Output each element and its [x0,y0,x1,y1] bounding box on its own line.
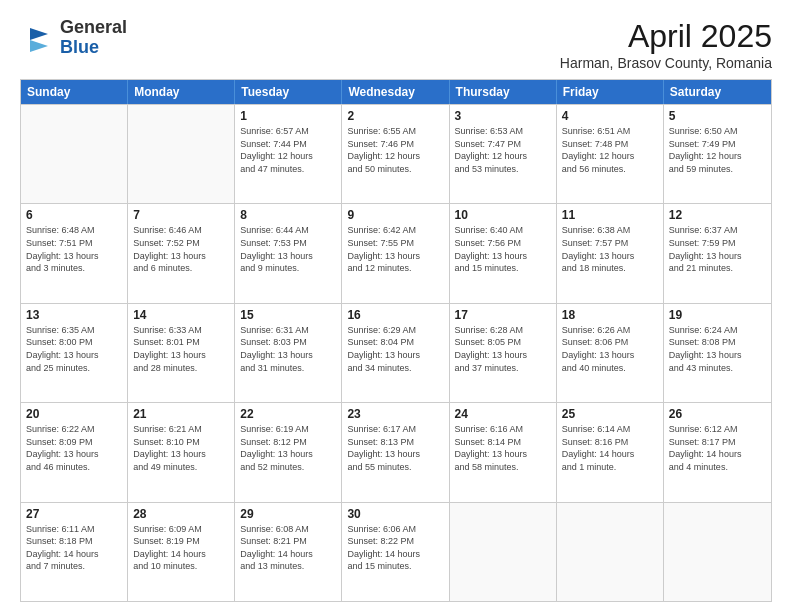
day-number: 14 [133,308,229,322]
calendar-cell-18: 18Sunrise: 6:26 AM Sunset: 8:06 PM Dayli… [557,304,664,402]
day-number: 3 [455,109,551,123]
calendar-cell-22: 22Sunrise: 6:19 AM Sunset: 8:12 PM Dayli… [235,403,342,501]
day-number: 13 [26,308,122,322]
day-number: 19 [669,308,766,322]
day-info: Sunrise: 6:14 AM Sunset: 8:16 PM Dayligh… [562,423,658,473]
calendar-cell-23: 23Sunrise: 6:17 AM Sunset: 8:13 PM Dayli… [342,403,449,501]
day-info: Sunrise: 6:53 AM Sunset: 7:47 PM Dayligh… [455,125,551,175]
header: General Blue April 2025 Harman, Brasov C… [20,18,772,71]
calendar-row-4: 27Sunrise: 6:11 AM Sunset: 8:18 PM Dayli… [21,502,771,601]
day-info: Sunrise: 6:44 AM Sunset: 7:53 PM Dayligh… [240,224,336,274]
calendar: SundayMondayTuesdayWednesdayThursdayFrid… [20,79,772,602]
day-number: 2 [347,109,443,123]
calendar-cell-12: 12Sunrise: 6:37 AM Sunset: 7:59 PM Dayli… [664,204,771,302]
day-number: 6 [26,208,122,222]
day-info: Sunrise: 6:40 AM Sunset: 7:56 PM Dayligh… [455,224,551,274]
day-number: 20 [26,407,122,421]
day-info: Sunrise: 6:31 AM Sunset: 8:03 PM Dayligh… [240,324,336,374]
calendar-cell-15: 15Sunrise: 6:31 AM Sunset: 8:03 PM Dayli… [235,304,342,402]
weekday-header-tuesday: Tuesday [235,80,342,104]
day-info: Sunrise: 6:42 AM Sunset: 7:55 PM Dayligh… [347,224,443,274]
calendar-cell-28: 28Sunrise: 6:09 AM Sunset: 8:19 PM Dayli… [128,503,235,601]
subtitle: Harman, Brasov County, Romania [560,55,772,71]
day-info: Sunrise: 6:28 AM Sunset: 8:05 PM Dayligh… [455,324,551,374]
calendar-cell-3: 3Sunrise: 6:53 AM Sunset: 7:47 PM Daylig… [450,105,557,203]
calendar-row-3: 20Sunrise: 6:22 AM Sunset: 8:09 PM Dayli… [21,402,771,501]
calendar-cell-empty-0-1 [128,105,235,203]
calendar-cell-4: 4Sunrise: 6:51 AM Sunset: 7:48 PM Daylig… [557,105,664,203]
calendar-row-0: 1Sunrise: 6:57 AM Sunset: 7:44 PM Daylig… [21,104,771,203]
calendar-cell-25: 25Sunrise: 6:14 AM Sunset: 8:16 PM Dayli… [557,403,664,501]
calendar-cell-20: 20Sunrise: 6:22 AM Sunset: 8:09 PM Dayli… [21,403,128,501]
day-info: Sunrise: 6:55 AM Sunset: 7:46 PM Dayligh… [347,125,443,175]
calendar-cell-11: 11Sunrise: 6:38 AM Sunset: 7:57 PM Dayli… [557,204,664,302]
day-info: Sunrise: 6:22 AM Sunset: 8:09 PM Dayligh… [26,423,122,473]
day-number: 22 [240,407,336,421]
day-number: 10 [455,208,551,222]
day-info: Sunrise: 6:19 AM Sunset: 8:12 PM Dayligh… [240,423,336,473]
day-number: 23 [347,407,443,421]
day-number: 11 [562,208,658,222]
day-number: 16 [347,308,443,322]
month-title: April 2025 [560,18,772,55]
calendar-body: 1Sunrise: 6:57 AM Sunset: 7:44 PM Daylig… [21,104,771,601]
day-info: Sunrise: 6:37 AM Sunset: 7:59 PM Dayligh… [669,224,766,274]
day-number: 27 [26,507,122,521]
svg-marker-0 [30,28,48,40]
calendar-cell-empty-4-4 [450,503,557,601]
day-info: Sunrise: 6:08 AM Sunset: 8:21 PM Dayligh… [240,523,336,573]
weekday-header-monday: Monday [128,80,235,104]
day-number: 21 [133,407,229,421]
calendar-cell-19: 19Sunrise: 6:24 AM Sunset: 8:08 PM Dayli… [664,304,771,402]
calendar-cell-1: 1Sunrise: 6:57 AM Sunset: 7:44 PM Daylig… [235,105,342,203]
calendar-cell-2: 2Sunrise: 6:55 AM Sunset: 7:46 PM Daylig… [342,105,449,203]
day-number: 28 [133,507,229,521]
calendar-header: SundayMondayTuesdayWednesdayThursdayFrid… [21,80,771,104]
day-info: Sunrise: 6:57 AM Sunset: 7:44 PM Dayligh… [240,125,336,175]
calendar-cell-6: 6Sunrise: 6:48 AM Sunset: 7:51 PM Daylig… [21,204,128,302]
calendar-cell-16: 16Sunrise: 6:29 AM Sunset: 8:04 PM Dayli… [342,304,449,402]
day-info: Sunrise: 6:11 AM Sunset: 8:18 PM Dayligh… [26,523,122,573]
calendar-cell-5: 5Sunrise: 6:50 AM Sunset: 7:49 PM Daylig… [664,105,771,203]
day-number: 1 [240,109,336,123]
day-info: Sunrise: 6:16 AM Sunset: 8:14 PM Dayligh… [455,423,551,473]
day-info: Sunrise: 6:24 AM Sunset: 8:08 PM Dayligh… [669,324,766,374]
day-info: Sunrise: 6:48 AM Sunset: 7:51 PM Dayligh… [26,224,122,274]
calendar-cell-9: 9Sunrise: 6:42 AM Sunset: 7:55 PM Daylig… [342,204,449,302]
calendar-cell-27: 27Sunrise: 6:11 AM Sunset: 8:18 PM Dayli… [21,503,128,601]
day-info: Sunrise: 6:50 AM Sunset: 7:49 PM Dayligh… [669,125,766,175]
calendar-cell-30: 30Sunrise: 6:06 AM Sunset: 8:22 PM Dayli… [342,503,449,601]
day-number: 29 [240,507,336,521]
day-info: Sunrise: 6:51 AM Sunset: 7:48 PM Dayligh… [562,125,658,175]
day-info: Sunrise: 6:17 AM Sunset: 8:13 PM Dayligh… [347,423,443,473]
logo-text: General Blue [60,18,127,58]
svg-marker-1 [30,40,48,52]
logo-general: General [60,17,127,37]
day-number: 24 [455,407,551,421]
calendar-cell-17: 17Sunrise: 6:28 AM Sunset: 8:05 PM Dayli… [450,304,557,402]
calendar-row-2: 13Sunrise: 6:35 AM Sunset: 8:00 PM Dayli… [21,303,771,402]
day-number: 25 [562,407,658,421]
calendar-cell-8: 8Sunrise: 6:44 AM Sunset: 7:53 PM Daylig… [235,204,342,302]
day-number: 26 [669,407,766,421]
calendar-cell-empty-0-0 [21,105,128,203]
weekday-header-saturday: Saturday [664,80,771,104]
calendar-cell-empty-4-6 [664,503,771,601]
day-number: 5 [669,109,766,123]
title-block: April 2025 Harman, Brasov County, Romani… [560,18,772,71]
day-number: 4 [562,109,658,123]
day-info: Sunrise: 6:26 AM Sunset: 8:06 PM Dayligh… [562,324,658,374]
calendar-cell-10: 10Sunrise: 6:40 AM Sunset: 7:56 PM Dayli… [450,204,557,302]
calendar-cell-empty-4-5 [557,503,664,601]
day-info: Sunrise: 6:35 AM Sunset: 8:00 PM Dayligh… [26,324,122,374]
weekday-header-sunday: Sunday [21,80,128,104]
day-number: 18 [562,308,658,322]
calendar-cell-21: 21Sunrise: 6:21 AM Sunset: 8:10 PM Dayli… [128,403,235,501]
day-number: 17 [455,308,551,322]
page: General Blue April 2025 Harman, Brasov C… [0,0,792,612]
weekday-header-wednesday: Wednesday [342,80,449,104]
day-number: 15 [240,308,336,322]
logo-icon [20,20,56,56]
day-number: 7 [133,208,229,222]
day-info: Sunrise: 6:46 AM Sunset: 7:52 PM Dayligh… [133,224,229,274]
